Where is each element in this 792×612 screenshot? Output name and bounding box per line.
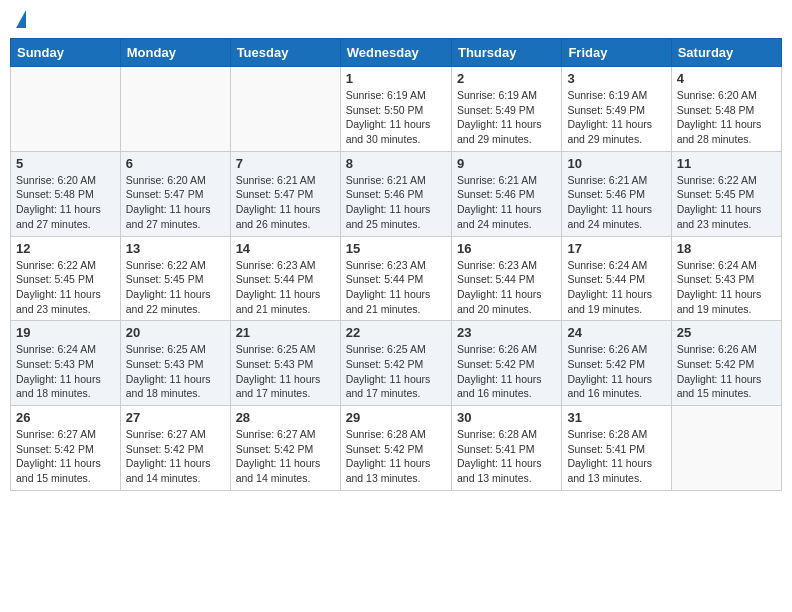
- calendar-cell: 10Sunrise: 6:21 AMSunset: 5:46 PMDayligh…: [562, 151, 671, 236]
- day-info: Sunrise: 6:24 AMSunset: 5:43 PMDaylight:…: [677, 258, 776, 317]
- calendar-cell: 27Sunrise: 6:27 AMSunset: 5:42 PMDayligh…: [120, 406, 230, 491]
- day-info: Sunrise: 6:20 AMSunset: 5:48 PMDaylight:…: [677, 88, 776, 147]
- day-number: 4: [677, 71, 776, 86]
- day-number: 5: [16, 156, 115, 171]
- weekday-header-wednesday: Wednesday: [340, 39, 451, 67]
- calendar-cell: 29Sunrise: 6:28 AMSunset: 5:42 PMDayligh…: [340, 406, 451, 491]
- day-info: Sunrise: 6:19 AMSunset: 5:50 PMDaylight:…: [346, 88, 446, 147]
- day-number: 12: [16, 241, 115, 256]
- calendar-cell: 5Sunrise: 6:20 AMSunset: 5:48 PMDaylight…: [11, 151, 121, 236]
- calendar-cell: 7Sunrise: 6:21 AMSunset: 5:47 PMDaylight…: [230, 151, 340, 236]
- day-info: Sunrise: 6:21 AMSunset: 5:46 PMDaylight:…: [567, 173, 665, 232]
- day-info: Sunrise: 6:23 AMSunset: 5:44 PMDaylight:…: [457, 258, 556, 317]
- day-info: Sunrise: 6:28 AMSunset: 5:41 PMDaylight:…: [567, 427, 665, 486]
- day-info: Sunrise: 6:21 AMSunset: 5:47 PMDaylight:…: [236, 173, 335, 232]
- calendar-week-3: 12Sunrise: 6:22 AMSunset: 5:45 PMDayligh…: [11, 236, 782, 321]
- day-info: Sunrise: 6:24 AMSunset: 5:44 PMDaylight:…: [567, 258, 665, 317]
- calendar-cell: 21Sunrise: 6:25 AMSunset: 5:43 PMDayligh…: [230, 321, 340, 406]
- calendar-cell: 4Sunrise: 6:20 AMSunset: 5:48 PMDaylight…: [671, 67, 781, 152]
- day-number: 31: [567, 410, 665, 425]
- day-info: Sunrise: 6:25 AMSunset: 5:42 PMDaylight:…: [346, 342, 446, 401]
- day-number: 9: [457, 156, 556, 171]
- weekday-header-friday: Friday: [562, 39, 671, 67]
- day-info: Sunrise: 6:26 AMSunset: 5:42 PMDaylight:…: [677, 342, 776, 401]
- day-info: Sunrise: 6:26 AMSunset: 5:42 PMDaylight:…: [457, 342, 556, 401]
- calendar-cell: 9Sunrise: 6:21 AMSunset: 5:46 PMDaylight…: [451, 151, 561, 236]
- calendar-cell: 22Sunrise: 6:25 AMSunset: 5:42 PMDayligh…: [340, 321, 451, 406]
- calendar-cell: [11, 67, 121, 152]
- day-info: Sunrise: 6:19 AMSunset: 5:49 PMDaylight:…: [567, 88, 665, 147]
- weekday-header-monday: Monday: [120, 39, 230, 67]
- calendar-cell: [230, 67, 340, 152]
- day-number: 23: [457, 325, 556, 340]
- day-number: 10: [567, 156, 665, 171]
- calendar-cell: [120, 67, 230, 152]
- weekday-header-tuesday: Tuesday: [230, 39, 340, 67]
- day-number: 26: [16, 410, 115, 425]
- calendar-cell: 2Sunrise: 6:19 AMSunset: 5:49 PMDaylight…: [451, 67, 561, 152]
- calendar-cell: 23Sunrise: 6:26 AMSunset: 5:42 PMDayligh…: [451, 321, 561, 406]
- day-info: Sunrise: 6:22 AMSunset: 5:45 PMDaylight:…: [677, 173, 776, 232]
- day-number: 14: [236, 241, 335, 256]
- calendar-cell: 6Sunrise: 6:20 AMSunset: 5:47 PMDaylight…: [120, 151, 230, 236]
- day-number: 8: [346, 156, 446, 171]
- day-number: 28: [236, 410, 335, 425]
- calendar-cell: 12Sunrise: 6:22 AMSunset: 5:45 PMDayligh…: [11, 236, 121, 321]
- day-number: 27: [126, 410, 225, 425]
- day-info: Sunrise: 6:21 AMSunset: 5:46 PMDaylight:…: [346, 173, 446, 232]
- day-info: Sunrise: 6:28 AMSunset: 5:41 PMDaylight:…: [457, 427, 556, 486]
- day-number: 1: [346, 71, 446, 86]
- calendar-cell: 8Sunrise: 6:21 AMSunset: 5:46 PMDaylight…: [340, 151, 451, 236]
- weekday-header-sunday: Sunday: [11, 39, 121, 67]
- day-number: 21: [236, 325, 335, 340]
- calendar-cell: [671, 406, 781, 491]
- day-info: Sunrise: 6:26 AMSunset: 5:42 PMDaylight:…: [567, 342, 665, 401]
- day-info: Sunrise: 6:27 AMSunset: 5:42 PMDaylight:…: [236, 427, 335, 486]
- weekday-header-thursday: Thursday: [451, 39, 561, 67]
- day-number: 25: [677, 325, 776, 340]
- day-info: Sunrise: 6:23 AMSunset: 5:44 PMDaylight:…: [236, 258, 335, 317]
- day-number: 20: [126, 325, 225, 340]
- day-number: 11: [677, 156, 776, 171]
- weekday-header-saturday: Saturday: [671, 39, 781, 67]
- calendar-table: SundayMondayTuesdayWednesdayThursdayFrid…: [10, 38, 782, 491]
- day-number: 18: [677, 241, 776, 256]
- calendar-cell: 1Sunrise: 6:19 AMSunset: 5:50 PMDaylight…: [340, 67, 451, 152]
- calendar-cell: 17Sunrise: 6:24 AMSunset: 5:44 PMDayligh…: [562, 236, 671, 321]
- calendar-cell: 16Sunrise: 6:23 AMSunset: 5:44 PMDayligh…: [451, 236, 561, 321]
- calendar-cell: 11Sunrise: 6:22 AMSunset: 5:45 PMDayligh…: [671, 151, 781, 236]
- calendar-cell: 31Sunrise: 6:28 AMSunset: 5:41 PMDayligh…: [562, 406, 671, 491]
- day-info: Sunrise: 6:20 AMSunset: 5:48 PMDaylight:…: [16, 173, 115, 232]
- day-info: Sunrise: 6:25 AMSunset: 5:43 PMDaylight:…: [236, 342, 335, 401]
- calendar-week-2: 5Sunrise: 6:20 AMSunset: 5:48 PMDaylight…: [11, 151, 782, 236]
- calendar-cell: 20Sunrise: 6:25 AMSunset: 5:43 PMDayligh…: [120, 321, 230, 406]
- day-info: Sunrise: 6:25 AMSunset: 5:43 PMDaylight:…: [126, 342, 225, 401]
- logo: [14, 10, 26, 30]
- calendar-cell: 26Sunrise: 6:27 AMSunset: 5:42 PMDayligh…: [11, 406, 121, 491]
- day-info: Sunrise: 6:27 AMSunset: 5:42 PMDaylight:…: [16, 427, 115, 486]
- day-number: 7: [236, 156, 335, 171]
- day-number: 13: [126, 241, 225, 256]
- calendar-week-4: 19Sunrise: 6:24 AMSunset: 5:43 PMDayligh…: [11, 321, 782, 406]
- day-info: Sunrise: 6:19 AMSunset: 5:49 PMDaylight:…: [457, 88, 556, 147]
- logo-triangle-icon: [16, 10, 26, 28]
- day-info: Sunrise: 6:24 AMSunset: 5:43 PMDaylight:…: [16, 342, 115, 401]
- calendar-cell: 28Sunrise: 6:27 AMSunset: 5:42 PMDayligh…: [230, 406, 340, 491]
- calendar-cell: 18Sunrise: 6:24 AMSunset: 5:43 PMDayligh…: [671, 236, 781, 321]
- day-number: 3: [567, 71, 665, 86]
- day-number: 24: [567, 325, 665, 340]
- day-info: Sunrise: 6:27 AMSunset: 5:42 PMDaylight:…: [126, 427, 225, 486]
- day-number: 16: [457, 241, 556, 256]
- calendar-cell: 24Sunrise: 6:26 AMSunset: 5:42 PMDayligh…: [562, 321, 671, 406]
- day-info: Sunrise: 6:23 AMSunset: 5:44 PMDaylight:…: [346, 258, 446, 317]
- calendar-cell: 3Sunrise: 6:19 AMSunset: 5:49 PMDaylight…: [562, 67, 671, 152]
- day-number: 6: [126, 156, 225, 171]
- day-info: Sunrise: 6:20 AMSunset: 5:47 PMDaylight:…: [126, 173, 225, 232]
- calendar-cell: 15Sunrise: 6:23 AMSunset: 5:44 PMDayligh…: [340, 236, 451, 321]
- calendar-cell: 13Sunrise: 6:22 AMSunset: 5:45 PMDayligh…: [120, 236, 230, 321]
- day-info: Sunrise: 6:21 AMSunset: 5:46 PMDaylight:…: [457, 173, 556, 232]
- weekday-row: SundayMondayTuesdayWednesdayThursdayFrid…: [11, 39, 782, 67]
- calendar-cell: 14Sunrise: 6:23 AMSunset: 5:44 PMDayligh…: [230, 236, 340, 321]
- calendar-cell: 19Sunrise: 6:24 AMSunset: 5:43 PMDayligh…: [11, 321, 121, 406]
- day-number: 15: [346, 241, 446, 256]
